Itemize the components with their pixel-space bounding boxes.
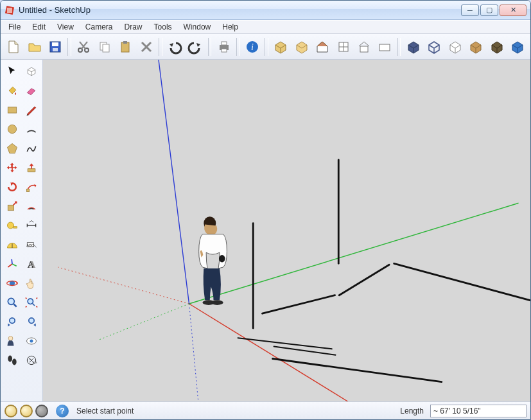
model-info-button[interactable]: i [243,37,262,57]
rotate-tool-icon [6,180,19,193]
zoom-extents-button[interactable] [22,293,40,311]
side-row [2,313,42,331]
circle-tool-button[interactable] [3,120,21,138]
menu-window[interactable]: Window [178,21,216,33]
section-plane-button[interactable]: CR-S [22,351,40,369]
tapemeasure-button[interactable] [3,216,21,234]
axes-button[interactable] [3,255,21,273]
help-icon[interactable]: ? [56,405,69,417]
freehand-button[interactable] [22,139,40,157]
undo-button[interactable] [165,37,184,57]
zoom-prev-button[interactable] [3,313,21,331]
scale-tool-button[interactable] [3,197,21,215]
striped-cube-button[interactable] [487,37,506,57]
close-button[interactable]: ✕ [500,4,527,16]
menu-view[interactable]: View [52,21,79,33]
polygon-tool-button[interactable] [3,139,21,157]
pushpull-button[interactable] [22,159,40,177]
select-arrow-button[interactable] [3,62,21,80]
pan-button[interactable] [22,274,40,292]
look-around-button[interactable] [22,332,40,350]
paste-button[interactable] [116,37,135,57]
walk-button[interactable] [3,351,21,369]
text-label-button[interactable]: ABC [22,236,40,254]
open-file-icon [27,39,42,55]
white-cube-button[interactable] [445,37,464,57]
dimension-button[interactable] [22,216,40,234]
arc-tool-button[interactable] [22,120,40,138]
license-icon[interactable] [20,405,33,417]
print-button[interactable] [214,37,233,57]
component-make-icon [25,65,38,78]
axes-icon [6,258,19,270]
status-hint: Select start point [76,407,134,416]
menu-tools[interactable]: Tools [149,21,177,33]
blue-cube-button[interactable] [508,37,527,57]
length-input[interactable] [430,405,527,417]
window-button[interactable] [333,37,353,57]
svg-rect-9 [121,42,129,52]
menu-edit[interactable]: Edit [27,21,51,33]
maximize-button[interactable]: ▢ [480,4,498,16]
menu-draw[interactable]: Draw [119,21,148,33]
window-icon [336,39,351,55]
pencil-line-icon [25,103,38,116]
minimize-button[interactable]: ─ [461,4,479,16]
striped-cube-icon [489,39,505,55]
open-file-button[interactable] [24,37,44,57]
svg-rect-18 [379,44,390,51]
3dtext-button[interactable]: AA [22,255,40,273]
toolbar-separator [208,38,212,56]
box-button[interactable] [292,37,311,57]
component-button[interactable] [271,37,290,57]
copy-button[interactable] [95,37,114,57]
move-tool-button[interactable] [3,159,21,177]
geo-icon[interactable] [35,405,48,417]
position-camera-button[interactable] [3,332,21,350]
component-icon [273,39,288,55]
svg-point-31 [28,299,33,304]
offset-tool-button[interactable] [22,197,40,215]
house-button[interactable] [313,37,332,57]
rotate-tool-button[interactable] [3,178,21,196]
menu-camera[interactable]: Camera [80,21,118,33]
svg-text:i: i [251,42,254,52]
new-file-button[interactable] [4,37,23,57]
model-info-icon: i [245,39,260,55]
wireframe-cube-button[interactable] [424,37,444,57]
delete-button[interactable] [137,37,156,57]
credits-icon[interactable] [4,405,17,417]
svg-point-20 [8,125,16,133]
wood-cube-button[interactable] [466,37,485,57]
side-row [2,332,42,350]
save-button[interactable] [46,37,65,57]
pencil-line-button[interactable] [22,101,40,119]
zoom-icon [6,296,19,309]
scene-canvas[interactable] [43,60,530,401]
solid-cube-button[interactable] [403,37,422,57]
protractor-button[interactable] [3,236,21,254]
menu-help[interactable]: Help [217,21,243,33]
titlebar[interactable]: Untitled - SketchUp ─ ▢ ✕ [1,1,530,20]
orbit-button[interactable] [3,274,21,292]
cut-button[interactable] [74,37,93,57]
zoom-button[interactable] [3,293,21,311]
position-camera-icon [6,335,19,347]
menu-file[interactable]: File [3,21,26,33]
eraser-button[interactable] [22,82,40,100]
redo-button[interactable] [186,37,205,57]
toolbar-separator [159,38,162,56]
followme-button[interactable] [22,178,40,196]
zoom-extents-icon [25,296,38,309]
svg-rect-12 [222,42,227,45]
zoom-next-button[interactable] [22,313,40,331]
svg-text:R-S: R-S [32,361,37,364]
protractor-icon [6,238,19,251]
door-button[interactable] [354,37,374,57]
rectangle-tool-button[interactable] [3,101,21,119]
viewport[interactable] [43,60,530,401]
paint-bucket-button[interactable] [3,82,21,100]
component-make-button[interactable] [22,62,40,80]
side-row [2,139,42,157]
rect-flat-button[interactable] [375,37,394,57]
